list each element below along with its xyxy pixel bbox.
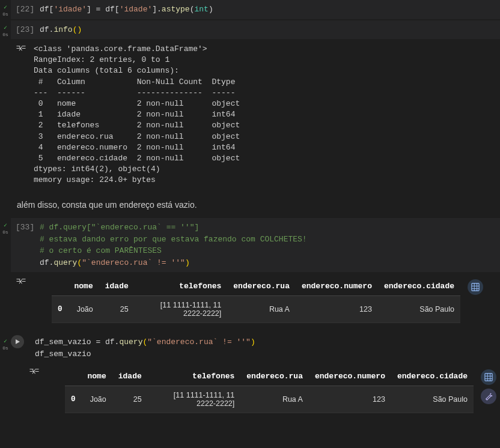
code-content: df_sem_vazio = df.query("`endereco.rua` …	[35, 336, 255, 348]
stdout-text: <class 'pandas.core.frame.DataFrame'> Ra…	[34, 44, 240, 186]
cell-gutter: ✓ 0s	[0, 334, 11, 418]
col-header: endereco.cidade	[378, 277, 460, 296]
code-content: df['idade'] = df['idade'].astype(int)	[40, 4, 213, 16]
table-row: 0 João 25 [11 1111-1111, 11 2222-2222] R…	[52, 296, 460, 323]
comment-line: # df.query["`endereco.rua` == ''"]	[40, 222, 199, 234]
status-check-icon: ✓	[4, 338, 7, 345]
output-toggle-icon[interactable]	[16, 44, 34, 56]
code-input[interactable]: [22] df['idade'] = df['idade'].astype(in…	[11, 0, 500, 19]
col-header: endereco.numero	[309, 367, 391, 386]
col-header: idade	[112, 367, 148, 386]
exec-time: 0s	[2, 345, 8, 351]
exec-time: 0s	[2, 229, 8, 235]
col-header: telefones	[135, 277, 228, 296]
cell: Rua A	[240, 386, 309, 413]
cell-gutter: ✓ 0s	[0, 20, 11, 191]
status-check-icon: ✓	[4, 24, 7, 31]
cell-output: <class 'pandas.core.frame.DataFrame'> Ra…	[11, 39, 500, 190]
cell-output: nome idade telefones endereco.rua endere…	[11, 272, 500, 328]
markdown-cell[interactable]: além disso, consta que um endereço está …	[0, 192, 500, 218]
output-toggle-icon[interactable]	[16, 277, 34, 289]
cell: 123	[309, 386, 391, 413]
exec-count: [33]	[16, 222, 40, 234]
table-header-row: nome idade telefones endereco.rua endere…	[65, 367, 474, 386]
cell: João	[82, 386, 112, 413]
row-index: 0	[65, 386, 82, 413]
row-index: 0	[52, 296, 69, 323]
col-header: endereco.numero	[296, 277, 378, 296]
col-header: endereco.rua	[227, 277, 296, 296]
code-cell-33: ✓ 0s [33] # df.query["`endereco.rua` == …	[0, 218, 500, 328]
status-check-icon: ✓	[4, 4, 7, 11]
col-index	[65, 367, 82, 386]
code-input[interactable]: df_sem_vazio = df.query("`endereco.rua` …	[24, 334, 500, 362]
cell: São Paulo	[391, 386, 474, 413]
output-toggle-icon[interactable]	[29, 367, 47, 379]
table-header-row: nome idade telefones endereco.rua endere…	[52, 277, 460, 296]
comment-line: # o certo é com PARÊNTESES	[40, 245, 162, 257]
status-check-icon: ✓	[4, 222, 7, 229]
code-cell-22: ✓ 0s [22] df['idade'] = df['idade'].asty…	[0, 0, 500, 19]
exec-time: 0s	[2, 32, 8, 37]
code-input[interactable]: [33] # df.query["`endereco.rua` == ''"] …	[11, 218, 500, 272]
cell: 25	[99, 296, 135, 323]
code-cell-23: ✓ 0s [23] df.info() <class 'pandas.core.…	[0, 20, 500, 191]
col-header: nome	[82, 367, 112, 386]
cell: João	[69, 296, 99, 323]
magic-wand-icon[interactable]	[481, 389, 496, 404]
col-header: idade	[99, 277, 135, 296]
dataframe-table: nome idade telefones endereco.rua endere…	[65, 367, 474, 413]
svg-rect-1	[485, 374, 492, 381]
cell-output: nome idade telefones endereco.rua endere…	[24, 362, 500, 418]
cell: [11 1111-1111, 11 2222-2222]	[135, 296, 228, 323]
svg-rect-0	[472, 283, 479, 291]
exec-count: [22]	[16, 4, 40, 16]
cell-gutter: ✓ 0s	[0, 0, 11, 19]
col-header: endereco.rua	[240, 367, 309, 386]
code-content: df.query("`endereco.rua` != ''")	[40, 257, 190, 269]
code-content: df.info()	[40, 24, 82, 36]
code-cell-active: ✓ 0s df_sem_vazio = df.query("`endereco.…	[0, 334, 500, 418]
cell: 25	[112, 386, 148, 413]
cell: São Paulo	[378, 296, 460, 323]
cell: Rua A	[227, 296, 296, 323]
table-row: 0 João 25 [11 1111-1111, 11 2222-2222] R…	[65, 386, 474, 413]
table-view-icon[interactable]	[468, 279, 483, 295]
col-index	[52, 277, 69, 296]
code-input[interactable]: [23] df.info()	[11, 20, 500, 40]
col-header: endereco.cidade	[391, 367, 474, 386]
comment-line: # estava dando erro por que estava fazen…	[40, 234, 307, 246]
code-content: df_sem_vazio	[35, 348, 91, 360]
table-view-icon[interactable]	[481, 369, 496, 385]
cell: [11 1111-1111, 11 2222-2222]	[148, 386, 241, 413]
run-button[interactable]	[11, 335, 24, 348]
exec-count: [23]	[16, 24, 40, 36]
dataframe-table: nome idade telefones endereco.rua endere…	[52, 277, 460, 323]
cell-gutter: ✓ 0s	[0, 218, 11, 328]
exec-time: 0s	[2, 11, 8, 17]
col-header: nome	[69, 277, 99, 296]
cell: 123	[296, 296, 378, 323]
col-header: telefones	[148, 367, 241, 386]
